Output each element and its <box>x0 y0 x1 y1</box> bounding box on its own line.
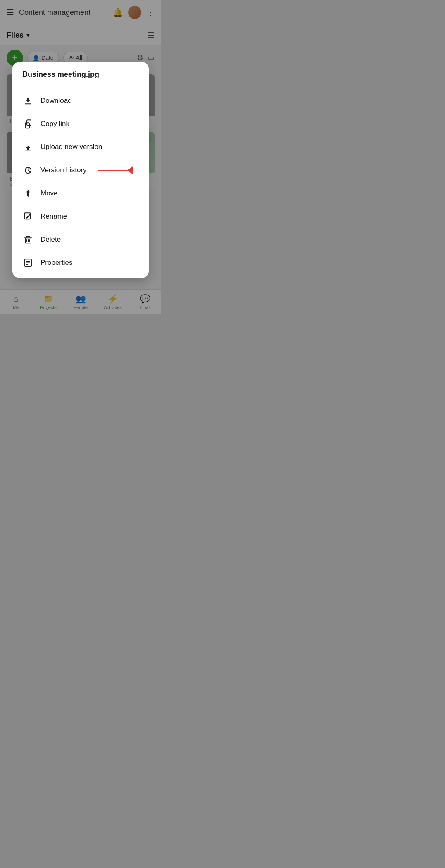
svg-point-3 <box>29 214 31 216</box>
svg-rect-2 <box>24 213 31 219</box>
rename-label: Rename <box>40 212 67 221</box>
modal-title: Business meeting.jpg <box>22 70 139 79</box>
context-menu-modal: Business meeting.jpg Download Copy link <box>12 62 149 278</box>
move-label: Move <box>40 189 58 197</box>
upload-version-label: Upload new version <box>40 143 102 151</box>
history-icon <box>22 165 34 175</box>
menu-item-rename[interactable]: Rename <box>12 205 149 228</box>
rename-icon <box>22 212 34 221</box>
copy-link-icon <box>22 119 34 129</box>
upload-icon <box>22 142 34 152</box>
menu-item-download[interactable]: Download <box>12 89 149 112</box>
delete-icon <box>22 235 34 245</box>
delete-label: Delete <box>40 235 61 244</box>
menu-list: Download Copy link Upload new version <box>12 86 149 278</box>
properties-icon <box>22 258 34 268</box>
menu-item-delete[interactable]: Delete <box>12 228 149 251</box>
move-icon <box>22 188 34 198</box>
menu-item-version-history[interactable]: Version history <box>12 159 149 182</box>
modal-header: Business meeting.jpg <box>12 62 149 86</box>
properties-label: Properties <box>40 259 72 267</box>
menu-item-upload-version[interactable]: Upload new version <box>12 136 149 159</box>
copy-link-label: Copy link <box>40 120 69 128</box>
menu-item-properties[interactable]: Properties <box>12 251 149 274</box>
download-label: Download <box>40 97 72 105</box>
menu-item-move[interactable]: Move <box>12 182 149 205</box>
download-icon <box>22 96 34 106</box>
version-history-label: Version history <box>40 166 87 174</box>
menu-item-copy-link[interactable]: Copy link <box>12 112 149 136</box>
red-arrow-indicator <box>98 166 133 174</box>
